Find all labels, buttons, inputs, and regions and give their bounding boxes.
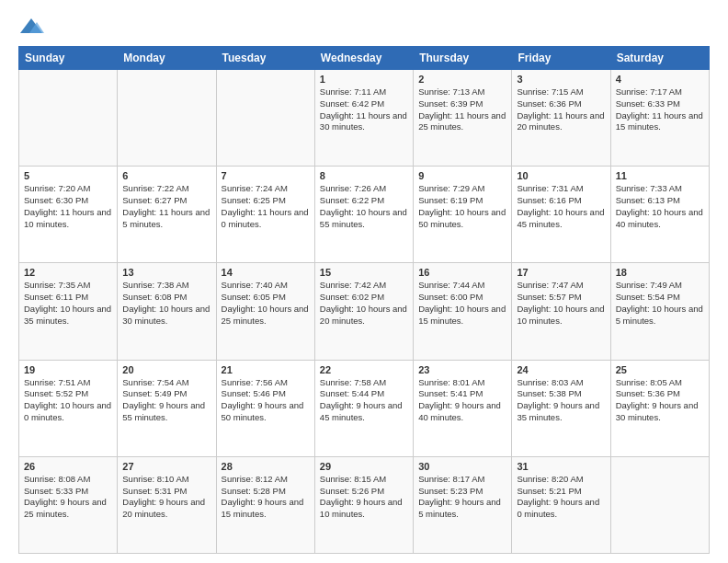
day-info: Sunrise: 8:17 AM Sunset: 5:23 PM Dayligh… xyxy=(418,474,506,521)
calendar-table: SundayMondayTuesdayWednesdayThursdayFrid… xyxy=(18,46,710,554)
day-info: Sunrise: 7:40 AM Sunset: 6:05 PM Dayligh… xyxy=(222,280,310,327)
page: SundayMondayTuesdayWednesdayThursdayFrid… xyxy=(0,0,728,563)
day-number: 20 xyxy=(122,364,210,375)
day-number: 8 xyxy=(320,170,408,181)
calendar-cell: 4Sunrise: 7:17 AM Sunset: 6:33 PM Daylig… xyxy=(610,70,709,167)
day-number: 2 xyxy=(418,74,506,85)
calendar-cell: 2Sunrise: 7:13 AM Sunset: 6:39 PM Daylig… xyxy=(414,70,512,167)
day-info: Sunrise: 7:54 AM Sunset: 5:49 PM Dayligh… xyxy=(122,377,210,424)
calendar-cell: 25Sunrise: 8:05 AM Sunset: 5:36 PM Dayli… xyxy=(610,360,709,456)
calendar-cell: 19Sunrise: 7:51 AM Sunset: 5:52 PM Dayli… xyxy=(19,360,118,456)
day-number: 28 xyxy=(222,461,310,472)
day-info: Sunrise: 8:10 AM Sunset: 5:31 PM Dayligh… xyxy=(122,474,210,521)
day-info: Sunrise: 7:11 AM Sunset: 6:42 PM Dayligh… xyxy=(320,86,408,133)
weekday-thursday: Thursday xyxy=(414,47,512,70)
day-info: Sunrise: 7:42 AM Sunset: 6:02 PM Dayligh… xyxy=(320,280,408,327)
calendar-cell: 15Sunrise: 7:42 AM Sunset: 6:02 PM Dayli… xyxy=(314,263,413,360)
day-info: Sunrise: 7:58 AM Sunset: 5:44 PM Dayligh… xyxy=(320,377,408,424)
day-info: Sunrise: 7:35 AM Sunset: 6:11 PM Dayligh… xyxy=(24,280,112,327)
day-info: Sunrise: 7:31 AM Sunset: 6:16 PM Dayligh… xyxy=(517,183,605,230)
day-info: Sunrise: 7:26 AM Sunset: 6:22 PM Dayligh… xyxy=(320,183,408,230)
calendar-cell xyxy=(216,70,314,167)
weekday-monday: Monday xyxy=(118,47,216,70)
calendar-cell: 5Sunrise: 7:20 AM Sunset: 6:30 PM Daylig… xyxy=(19,167,118,263)
week-row-1: 1Sunrise: 7:11 AM Sunset: 6:42 PM Daylig… xyxy=(19,70,710,167)
day-info: Sunrise: 7:47 AM Sunset: 5:57 PM Dayligh… xyxy=(517,280,605,327)
calendar-cell: 3Sunrise: 7:15 AM Sunset: 6:36 PM Daylig… xyxy=(512,70,610,167)
day-info: Sunrise: 7:56 AM Sunset: 5:46 PM Dayligh… xyxy=(222,377,310,424)
calendar-cell: 13Sunrise: 7:38 AM Sunset: 6:08 PM Dayli… xyxy=(118,263,216,360)
day-number: 29 xyxy=(320,461,408,472)
calendar-cell xyxy=(610,456,709,553)
weekday-friday: Friday xyxy=(512,47,610,70)
calendar-cell: 12Sunrise: 7:35 AM Sunset: 6:11 PM Dayli… xyxy=(19,263,118,360)
day-number: 17 xyxy=(517,267,605,278)
day-number: 11 xyxy=(616,170,704,181)
calendar-cell: 27Sunrise: 8:10 AM Sunset: 5:31 PM Dayli… xyxy=(118,456,216,553)
day-number: 16 xyxy=(418,267,506,278)
calendar-cell: 26Sunrise: 8:08 AM Sunset: 5:33 PM Dayli… xyxy=(19,456,118,553)
day-info: Sunrise: 7:51 AM Sunset: 5:52 PM Dayligh… xyxy=(24,377,112,424)
day-number: 7 xyxy=(222,170,310,181)
day-info: Sunrise: 7:15 AM Sunset: 6:36 PM Dayligh… xyxy=(517,86,605,133)
calendar-cell: 30Sunrise: 8:17 AM Sunset: 5:23 PM Dayli… xyxy=(414,456,512,553)
calendar-cell: 20Sunrise: 7:54 AM Sunset: 5:49 PM Dayli… xyxy=(118,360,216,456)
day-info: Sunrise: 8:01 AM Sunset: 5:41 PM Dayligh… xyxy=(418,377,506,424)
day-number: 6 xyxy=(122,170,210,181)
calendar-cell: 9Sunrise: 7:29 AM Sunset: 6:19 PM Daylig… xyxy=(414,167,512,263)
day-info: Sunrise: 7:29 AM Sunset: 6:19 PM Dayligh… xyxy=(418,183,506,230)
day-number: 3 xyxy=(517,74,605,85)
day-info: Sunrise: 7:17 AM Sunset: 6:33 PM Dayligh… xyxy=(616,86,704,133)
day-info: Sunrise: 8:05 AM Sunset: 5:36 PM Dayligh… xyxy=(616,377,704,424)
calendar-cell: 24Sunrise: 8:03 AM Sunset: 5:38 PM Dayli… xyxy=(512,360,610,456)
day-number: 22 xyxy=(320,364,408,375)
day-info: Sunrise: 8:12 AM Sunset: 5:28 PM Dayligh… xyxy=(222,474,310,521)
calendar-cell: 21Sunrise: 7:56 AM Sunset: 5:46 PM Dayli… xyxy=(216,360,314,456)
week-row-4: 19Sunrise: 7:51 AM Sunset: 5:52 PM Dayli… xyxy=(19,360,710,456)
day-info: Sunrise: 7:13 AM Sunset: 6:39 PM Dayligh… xyxy=(418,86,506,133)
day-info: Sunrise: 7:44 AM Sunset: 6:00 PM Dayligh… xyxy=(418,280,506,327)
day-info: Sunrise: 7:22 AM Sunset: 6:27 PM Dayligh… xyxy=(122,183,210,230)
day-number: 5 xyxy=(24,170,112,181)
day-info: Sunrise: 8:03 AM Sunset: 5:38 PM Dayligh… xyxy=(517,377,605,424)
day-number: 15 xyxy=(320,267,408,278)
calendar-cell: 31Sunrise: 8:20 AM Sunset: 5:21 PM Dayli… xyxy=(512,456,610,553)
day-number: 25 xyxy=(616,364,704,375)
calendar-cell xyxy=(19,70,118,167)
header xyxy=(18,17,710,37)
day-info: Sunrise: 8:15 AM Sunset: 5:26 PM Dayligh… xyxy=(320,474,408,521)
weekday-sunday: Sunday xyxy=(19,47,118,70)
day-number: 12 xyxy=(24,267,112,278)
day-number: 24 xyxy=(517,364,605,375)
calendar-cell: 7Sunrise: 7:24 AM Sunset: 6:25 PM Daylig… xyxy=(216,167,314,263)
calendar-cell: 11Sunrise: 7:33 AM Sunset: 6:13 PM Dayli… xyxy=(610,167,709,263)
logo xyxy=(18,17,46,37)
day-number: 14 xyxy=(222,267,310,278)
calendar-cell: 16Sunrise: 7:44 AM Sunset: 6:00 PM Dayli… xyxy=(414,263,512,360)
day-number: 30 xyxy=(418,461,506,472)
calendar-cell: 1Sunrise: 7:11 AM Sunset: 6:42 PM Daylig… xyxy=(314,70,413,167)
weekday-header-row: SundayMondayTuesdayWednesdayThursdayFrid… xyxy=(19,47,710,70)
day-info: Sunrise: 7:24 AM Sunset: 6:25 PM Dayligh… xyxy=(222,183,310,230)
weekday-saturday: Saturday xyxy=(610,47,709,70)
week-row-5: 26Sunrise: 8:08 AM Sunset: 5:33 PM Dayli… xyxy=(19,456,710,553)
day-number: 9 xyxy=(418,170,506,181)
calendar-cell: 17Sunrise: 7:47 AM Sunset: 5:57 PM Dayli… xyxy=(512,263,610,360)
calendar-cell: 18Sunrise: 7:49 AM Sunset: 5:54 PM Dayli… xyxy=(610,263,709,360)
day-number: 23 xyxy=(418,364,506,375)
calendar-cell: 8Sunrise: 7:26 AM Sunset: 6:22 PM Daylig… xyxy=(314,167,413,263)
day-number: 4 xyxy=(616,74,704,85)
calendar-cell: 14Sunrise: 7:40 AM Sunset: 6:05 PM Dayli… xyxy=(216,263,314,360)
day-number: 26 xyxy=(24,461,112,472)
week-row-2: 5Sunrise: 7:20 AM Sunset: 6:30 PM Daylig… xyxy=(19,167,710,263)
week-row-3: 12Sunrise: 7:35 AM Sunset: 6:11 PM Dayli… xyxy=(19,263,710,360)
day-number: 10 xyxy=(517,170,605,181)
calendar-cell: 6Sunrise: 7:22 AM Sunset: 6:27 PM Daylig… xyxy=(118,167,216,263)
calendar-cell xyxy=(118,70,216,167)
day-info: Sunrise: 7:20 AM Sunset: 6:30 PM Dayligh… xyxy=(24,183,112,230)
day-number: 21 xyxy=(222,364,310,375)
calendar-cell: 22Sunrise: 7:58 AM Sunset: 5:44 PM Dayli… xyxy=(314,360,413,456)
day-info: Sunrise: 8:20 AM Sunset: 5:21 PM Dayligh… xyxy=(517,474,605,521)
weekday-wednesday: Wednesday xyxy=(314,47,413,70)
calendar-cell: 23Sunrise: 8:01 AM Sunset: 5:41 PM Dayli… xyxy=(414,360,512,456)
